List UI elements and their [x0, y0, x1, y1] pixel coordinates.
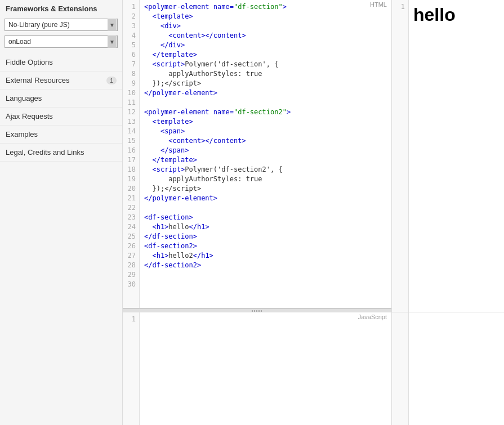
library-select-wrapper: No-Library (pure JS) ▼ — [5, 19, 118, 31]
external-resources-badge: 1 — [106, 77, 117, 84]
sidebar: Frameworks & Extensions No-Library (pure… — [0, 0, 123, 425]
result-bottom — [392, 312, 504, 425]
result-content-area: hello — [409, 0, 504, 312]
sidebar-item-label: Legal, Credits and Links — [6, 148, 84, 156]
sidebar-item-ajax-requests[interactable]: Ajax Requests — [0, 108, 122, 126]
js-panel-label: JavaScript — [358, 312, 391, 425]
html-line-numbers: 12345 678910 1112131415 1617181920 21222… — [123, 0, 140, 308]
result-panel: 1 hello — [391, 0, 504, 425]
sidebar-item-label: Ajax Requests — [6, 112, 53, 120]
sidebar-item-label: External Resources — [6, 76, 69, 84]
library-select[interactable]: No-Library (pure JS) — [5, 19, 118, 31]
sidebar-item-fiddle-options[interactable]: Fiddle Options — [0, 53, 122, 71]
js-code-editor[interactable] — [140, 312, 358, 425]
result-line-numbers: 1 — [392, 0, 409, 312]
html-editor-panel: 12345 678910 1112131415 1617181920 21222… — [123, 0, 391, 309]
drag-handle-icon — [252, 310, 263, 312]
sidebar-item-examples[interactable]: Examples — [0, 126, 122, 144]
result-bottom-content — [409, 312, 504, 425]
sidebar-item-external-resources[interactable]: External Resources 1 — [0, 71, 122, 90]
onload-select-wrapper: onLoad ▼ — [5, 35, 118, 48]
html-panel-label: HTML — [358, 0, 391, 308]
sidebar-item-legal[interactable]: Legal, Credits and Links — [0, 144, 122, 162]
sidebar-item-languages[interactable]: Languages — [0, 90, 122, 108]
onload-select[interactable]: onLoad — [5, 35, 118, 48]
result-hello-text: hello — [413, 5, 499, 25]
result-top: 1 hello — [392, 0, 504, 312]
main-editor-area: 12345 678910 1112131415 1617181920 21222… — [123, 0, 391, 425]
sidebar-item-label: Languages — [6, 94, 42, 102]
sidebar-item-label: Fiddle Options — [6, 58, 53, 66]
result-bottom-line-numbers — [392, 312, 409, 425]
sidebar-item-label: Examples — [6, 130, 38, 138]
js-line-numbers: 1 — [123, 312, 140, 425]
sidebar-section-title: Frameworks & Extensions — [0, 0, 122, 16]
js-editor-panel: 1 JavaScript — [123, 312, 391, 425]
html-code-editor[interactable]: <polymer-element name="df-section"> <tem… — [140, 0, 358, 308]
